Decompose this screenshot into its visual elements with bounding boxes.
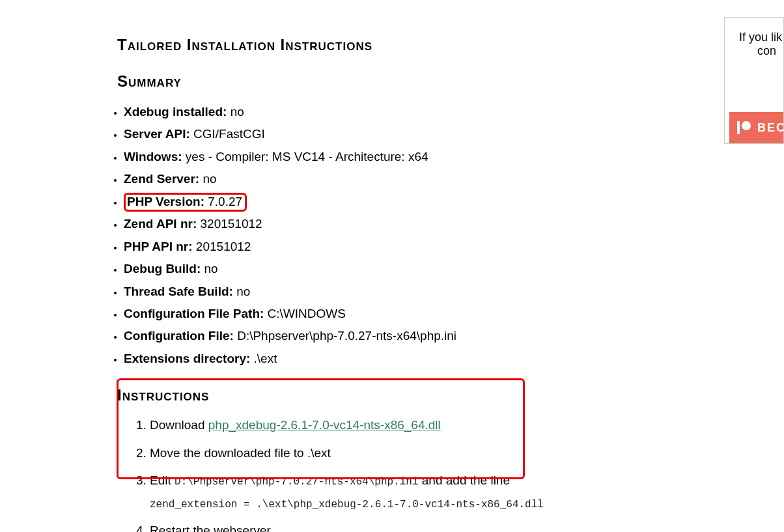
summary-value: no [203,172,216,186]
summary-item: Server API: CGI/FastCGI [124,124,784,143]
summary-item: Configuration File: D:\Phpserver\php-7.0… [124,326,784,345]
summary-label: Debug Build: [124,262,204,275]
download-link[interactable]: php_xdebug-2.6.1-7.0-vc14-nts-x86_64.dll [208,418,441,432]
summary-label: Zend API nr: [124,217,201,231]
summary-value: .\ext [254,352,277,365]
patreon-icon [737,121,751,134]
summary-item: Thread Safe Build: no [124,282,784,301]
step3-prefix: Edit [150,473,175,487]
heading-summary: Summary [117,72,784,91]
summary-label: Windows: [124,150,186,163]
summary-label: Xdebug installed: [124,105,231,119]
summary-list: Xdebug installed: noServer API: CGI/Fast… [117,102,784,368]
summary-item: Zend Server: no [124,169,784,188]
summary-value: 20151012 [196,240,251,253]
summary-value: 7.0.27 [208,195,242,208]
instruction-step-3: Edit D:\Phpserver\php-7.0.27-nts-x64\php… [150,471,784,512]
sidebar-text: If you lik con [725,18,783,58]
step3-path: D:\Phpserver\php-7.0.27-nts-x64\php.ini [175,476,418,488]
summary-label: Thread Safe Build: [124,285,236,298]
summary-label: PHP Version: [127,195,208,208]
patreon-button[interactable]: BEC [729,112,783,143]
summary-item: PHP API nr: 20151012 [124,237,784,256]
step1-prefix: Download [150,418,208,432]
summary-label: Configuration File Path: [124,307,268,320]
summary-item: Extensions directory: .\ext [124,349,784,368]
sidebar-widget: If you lik con BEC [724,17,784,144]
summary-value: 320151012 [201,217,262,231]
summary-value: D:\Phpserver\php-7.0.27-nts-x64\php.ini [237,329,456,343]
summary-label: Zend Server: [124,172,203,186]
summary-item: PHP Version: 7.0.27 [124,192,784,211]
instruction-step-2: Move the downloaded file to .\ext [150,444,784,463]
instruction-step-4: Restart the webserver [150,522,784,532]
summary-value: no [204,262,217,275]
instruction-step-1: Download php_xdebug-2.6.1-7.0-vc14-nts-x… [150,416,784,435]
main-content: Tailored Installation Instructions Summa… [0,0,784,532]
heading-tailored: Tailored Installation Instructions [117,36,784,54]
summary-label: Extensions directory: [124,352,254,365]
summary-item: Windows: yes - Compiler: MS VC14 - Archi… [124,147,784,166]
summary-value: CGI/FastCGI [193,127,265,141]
patreon-label: BEC [757,121,784,135]
sidebar-text-line1: If you lik [739,31,779,44]
summary-item: Debug Build: no [124,259,784,278]
step3-code-block: zend_extension = .\ext\php_xdebug-2.6.1-… [150,497,784,512]
summary-label: Server API: [124,127,193,141]
php-version-highlight: PHP Version: 7.0.27 [124,193,247,212]
instructions-list: Download php_xdebug-2.6.1-7.0-vc14-nts-x… [117,416,784,532]
summary-value: no [231,105,244,119]
summary-item: Zend API nr: 320151012 [124,214,784,233]
summary-value: C:\WINDOWS [268,307,346,320]
step3-suffix: and add the line [419,473,511,487]
summary-label: Configuration File: [124,329,237,343]
sidebar-text-line2: con [739,44,779,58]
summary-item: Configuration File Path: C:\WINDOWS [124,304,784,323]
summary-label: PHP API nr: [124,240,196,253]
summary-value: no [236,285,250,298]
summary-value: yes - Compiler: MS VC14 - Architecture: … [186,150,428,163]
summary-item: Xdebug installed: no [124,102,784,121]
heading-instructions: Instructions [117,386,784,404]
